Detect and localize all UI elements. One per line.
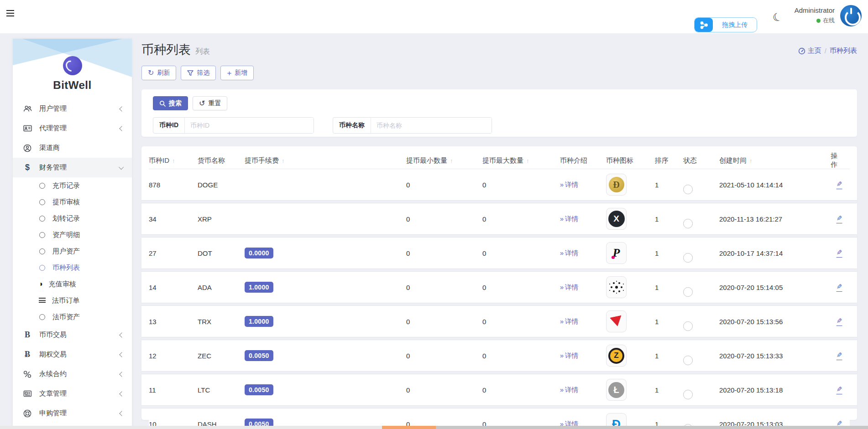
scrollbar-track-segment [436,426,868,429]
sidebar-item-article-management[interactable]: 文章管理 [13,384,132,403]
cell-max-withdraw: 0 [482,386,560,394]
avatar[interactable] [840,5,862,26]
coin-icon: P [606,242,627,264]
sidebar-nav: 用户管理 代理管理 [13,93,132,429]
dark-mode-moon-icon[interactable]: ☾ [771,10,784,24]
user-name: Administrator [795,6,835,14]
hamburger-menu-button[interactable] [6,10,16,17]
sidebar-item-label: 币币交易 [39,331,67,339]
cell-coin-id: 27 [149,249,198,257]
sort-arrow-icon: ↑ [749,157,753,164]
sidebar-item-label: 渠道商 [39,144,60,152]
detail-link[interactable]: »详情 [560,284,578,291]
column-header-min-withdraw[interactable]: 提币最小数量↑ [406,156,482,165]
horizontal-scrollbar [0,426,868,429]
cell-max-withdraw: 0 [482,352,560,360]
detail-link[interactable]: »详情 [560,181,578,188]
align-justify-icon [39,298,46,304]
column-header-status[interactable]: 状态 [683,156,719,165]
breadcrumb-current[interactable]: 币种列表 [830,47,857,55]
sidebar-item-spot-trading[interactable]: B 币币交易 [13,325,132,345]
detail-link[interactable]: »详情 [560,215,578,222]
sidebar-item-finance-management[interactable]: $ 财务管理 [13,158,132,177]
search-button[interactable]: 搜索 [153,96,188,110]
coin-name-input[interactable] [371,118,492,133]
coin-table: 币种ID↑ 货币名称 提币手续费↑ 提币最小数量↑ 提币最大数量↑ 币种介绍 币… [141,146,857,420]
edit-pencil-icon[interactable]: ✎ [837,351,842,360]
filter-button[interactable]: 筛选 [181,66,216,80]
page-title: 币种列表 [141,41,191,58]
link-icon [22,371,32,378]
scrollbar-thumb[interactable] [382,426,436,429]
fee-badge: 0.0050 [245,384,273,395]
column-header-withdraw-fee[interactable]: 提币手续费↑ [245,156,406,165]
coin-id-input[interactable] [185,118,314,133]
reset-button[interactable]: ↺ 重置 [193,96,227,110]
row-separator [141,234,857,238]
detail-link[interactable]: »详情 [560,386,578,393]
sidebar-subitem-fiat-assets[interactable]: 法币资产 [13,309,132,325]
cell-created-time: 2020-07-20 15:13:18 [719,386,831,394]
fee-badge: 0.0000 [245,248,273,258]
chevron-left-icon [119,372,124,377]
column-header-coin-icon[interactable]: 币种图标 [606,156,655,165]
edit-pencil-icon[interactable]: ✎ [837,385,842,394]
refresh-icon: ↻ [148,69,154,77]
cell-sort: 1 [655,249,683,257]
sidebar-item-subscription-management[interactable]: 申购管理 [13,403,132,423]
sidebar-subitem-asset-details[interactable]: 资产明细 [13,227,132,243]
sidebar-subitem-recharge-review[interactable]: ◑ 充值审核 [13,276,132,292]
cell-min-withdraw: 0 [406,318,482,326]
drag-upload-widget[interactable]: 拖拽上传 [694,17,757,32]
upload-label: 拖拽上传 [713,18,757,32]
cell-max-withdraw: 0 [482,215,560,223]
column-header-coin-id[interactable]: 币种ID↑ [149,156,198,165]
sidebar-subitem-transfer-records[interactable]: 划转记录 [13,210,132,227]
sidebar-item-label: 财务管理 [39,163,67,172]
sidebar-subitem-label: 划转记录 [52,214,80,223]
sidebar-item-perpetual-contracts[interactable]: 永续合约 [13,364,132,384]
add-button[interactable]: + 新增 [220,66,254,80]
dollar-icon: $ [22,163,32,172]
edit-pencil-icon[interactable]: ✎ [837,214,842,223]
row-separator [141,337,857,340]
coin-icon: Ð [606,174,627,196]
sidebar-subitem-coin-list-active[interactable]: 币种列表 [13,259,132,276]
sidebar-item-user-management[interactable]: 用户管理 [13,99,132,119]
sidebar-item-options-trading[interactable]: Ƀ 期权交易 [13,345,132,364]
sidebar-subitem-user-assets[interactable]: 用户资产 [13,243,132,259]
edit-pencil-icon[interactable]: ✎ [837,317,842,326]
sidebar: BitWell 用户管理 [13,39,132,429]
detail-link[interactable]: »详情 [560,249,578,257]
coin-name-field-label: 币种名称 [333,118,371,133]
coin-icon [606,276,627,298]
cell-min-withdraw: 0 [406,215,482,223]
user-menu[interactable]: Administrator 在线 [795,6,835,25]
refresh-button[interactable]: ↻ 刷新 [141,66,176,80]
column-header-created-time[interactable]: 创建时间↑ [719,156,831,165]
column-header-coin-intro[interactable]: 币种介绍 [560,156,606,165]
breadcrumb: 主页 / 币种列表 [798,47,857,55]
column-header-max-withdraw[interactable]: 提币最大数量↑ [482,156,560,165]
cell-coin-id: 14 [149,284,198,291]
breadcrumb-home-link[interactable]: 主页 [798,47,821,55]
column-header-currency-name[interactable]: 货币名称 [198,156,245,165]
users-icon [22,105,32,112]
sidebar-item-channel[interactable]: 渠道商 [13,138,132,158]
brand-block: BitWell [13,39,132,93]
edit-pencil-icon[interactable]: ✎ [837,283,842,292]
sidebar-subitem-fiat-orders[interactable]: 法币订单 [13,292,132,309]
sidebar-subitem-deposit-records[interactable]: 充币记录 [13,177,132,194]
detail-link[interactable]: »详情 [560,352,578,359]
search-panel: 搜索 ↺ 重置 币种ID 币种名称 [141,89,857,137]
sidebar-subitem-withdraw-review[interactable]: 提币审核 [13,194,132,210]
bitcoin-icon: Ƀ [22,350,32,359]
detail-link[interactable]: »详情 [560,318,578,325]
edit-pencil-icon[interactable]: ✎ [837,248,842,258]
page-subtitle: 列表 [195,47,210,57]
table-row: 12 ZEC 0.0050 0 0 »详情 Z 1 2020-07-20 15:… [149,340,850,371]
table-row: 13 TRX 1.0000 0 0 »详情 1 2020-07-20 15:13… [149,306,850,337]
edit-pencil-icon[interactable]: ✎ [837,180,842,189]
sidebar-item-agent-management[interactable]: 代理管理 [13,119,132,138]
column-header-sort[interactable]: 排序 [655,156,683,165]
